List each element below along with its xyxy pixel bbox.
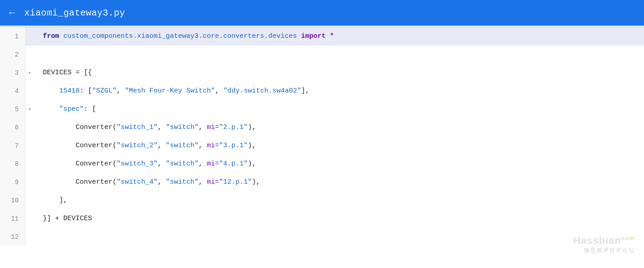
title-bar: ← xiaomi_gateway3.py	[0, 0, 644, 26]
token-string: "Mesh Four-Key Switch"	[125, 82, 215, 100]
line-number: 12	[0, 228, 26, 246]
token-punct: : [	[80, 82, 92, 100]
code-line: 5▾ "spec": [	[0, 100, 644, 119]
token-param-str: "switch"	[166, 119, 199, 137]
line-number: 4	[0, 82, 26, 100]
line-number: 3	[0, 64, 26, 82]
token-param-val: "12.p.1"	[219, 173, 252, 191]
token-punct: ,	[215, 82, 223, 100]
token-string: "spec"	[59, 100, 84, 119]
token-punct: ],	[59, 191, 67, 210]
token-param-val: "3.p.1"	[219, 137, 248, 155]
token-number: 15418	[59, 82, 80, 100]
line-number: 7	[0, 137, 26, 155]
code-line: 6 Converter("switch_1", "switch", mi="2.…	[0, 119, 644, 137]
token-param-str: "switch_1"	[117, 119, 158, 137]
token-string: "ddy.switch.sw4a02"	[223, 82, 301, 100]
token-param-kw: mi=	[207, 137, 219, 155]
line-number: 9	[0, 173, 26, 191]
file-name: xiaomi_gateway3.py	[24, 8, 125, 18]
token-param-val: "4.p.1"	[219, 155, 248, 173]
token-string: "SZGL"	[92, 82, 117, 100]
token-param-str: "switch_3"	[117, 155, 158, 173]
token-indent8	[43, 137, 76, 155]
token-param-val: "2.p.1"	[219, 119, 248, 137]
token-indent4	[43, 191, 59, 210]
token-punct: ,	[158, 137, 166, 155]
line-content: Converter("switch_1", "switch", mi="2.p.…	[34, 119, 644, 137]
line-number: 11	[0, 210, 26, 228]
code-line: 10 ],	[0, 191, 644, 210]
token-punct: ),	[248, 137, 256, 155]
line-content: ],	[34, 191, 644, 210]
token-func-name: Converter(	[76, 173, 117, 191]
line-content: Converter("switch_3", "switch", mi="4.p.…	[34, 155, 644, 173]
token-punct: }] + DEVICES	[43, 210, 92, 228]
code-line: 4 15418: ["SZGL", "Mesh Four-Key Switch"…	[0, 82, 644, 100]
code-line: 9 Converter("switch_4", "switch", mi="12…	[0, 173, 644, 191]
line-content	[34, 46, 644, 64]
code-line: 12	[0, 228, 644, 246]
line-content: DEVICES = [{	[34, 64, 644, 82]
line-content	[34, 228, 644, 246]
code-line: 8 Converter("switch_3", "switch", mi="4.…	[0, 155, 644, 173]
line-content: }] + DEVICES	[34, 210, 644, 228]
code-line: 3▾DEVICES = [{	[0, 64, 644, 82]
token-indent8	[43, 173, 76, 191]
token-func-name: Converter(	[76, 137, 117, 155]
line-number: 6	[0, 119, 26, 137]
watermark-sub: 瀚思彼岸技术论坛	[573, 247, 635, 254]
token-kw-from: from	[43, 27, 59, 46]
token-punct: ),	[248, 119, 256, 137]
token-param-kw: mi=	[207, 119, 219, 137]
token-param-kw: mi=	[207, 155, 219, 173]
token-param-str: "switch_2"	[117, 137, 158, 155]
token-func-name: Converter(	[76, 119, 117, 137]
token-param-str: "switch"	[166, 173, 199, 191]
token-indent8	[43, 119, 76, 137]
line-content: 15418: ["SZGL", "Mesh Four-Key Switch", …	[34, 82, 644, 100]
token-indent4	[43, 82, 59, 100]
code-line: 1from custom_components.xiaomi_gateway3.…	[0, 27, 644, 46]
token-punct: ,	[199, 119, 207, 137]
token-punct: ],	[301, 82, 309, 100]
token-identifier: DEVICES = [{	[43, 64, 92, 82]
line-content: "spec": [	[34, 100, 644, 119]
token-indent8	[43, 155, 76, 173]
code-area: 1from custom_components.xiaomi_gateway3.…	[0, 27, 644, 268]
line-number: 1	[0, 27, 26, 46]
watermark-main: Hassbiancom	[573, 235, 635, 247]
token-func-name: Converter(	[76, 155, 117, 173]
token-param-str: "switch_4"	[117, 173, 158, 191]
token-punct: ,	[199, 173, 207, 191]
fold-indicator[interactable]: ▾	[26, 100, 34, 119]
code-line: 11}] + DEVICES	[0, 210, 644, 228]
token-param-str: "switch"	[166, 155, 199, 173]
code-line: 2	[0, 46, 644, 64]
token-punct: ,	[199, 155, 207, 173]
code-line: 7 Converter("switch_2", "switch", mi="3.…	[0, 137, 644, 155]
back-arrow[interactable]: ←	[9, 7, 15, 19]
token-punct: ),	[252, 173, 260, 191]
token-punct: ,	[117, 82, 125, 100]
token-param-kw: mi=	[207, 173, 219, 191]
token-kw-import: import	[301, 27, 326, 46]
line-content: Converter("switch_2", "switch", mi="3.p.…	[34, 137, 644, 155]
token-punct: ,	[199, 137, 207, 155]
token-module: custom_components.xiaomi_gateway3.core.c…	[59, 27, 301, 46]
token-punct: ,	[158, 155, 166, 173]
token-punct: ,	[158, 119, 166, 137]
line-number: 10	[0, 191, 26, 210]
token-punct: ),	[248, 155, 256, 173]
token-punct: ,	[158, 173, 166, 191]
line-content: from custom_components.xiaomi_gateway3.c…	[34, 27, 644, 46]
line-content: Converter("switch_4", "switch", mi="12.p…	[34, 173, 644, 191]
token-param-str: "switch"	[166, 137, 199, 155]
line-number: 2	[0, 46, 26, 64]
token-kw-star: *	[326, 27, 334, 46]
line-number: 5	[0, 100, 26, 119]
token-punct: : [	[84, 100, 96, 119]
watermark: Hassbiancom 瀚思彼岸技术论坛	[573, 235, 635, 254]
line-number: 8	[0, 155, 26, 173]
fold-indicator[interactable]: ▾	[26, 64, 34, 82]
